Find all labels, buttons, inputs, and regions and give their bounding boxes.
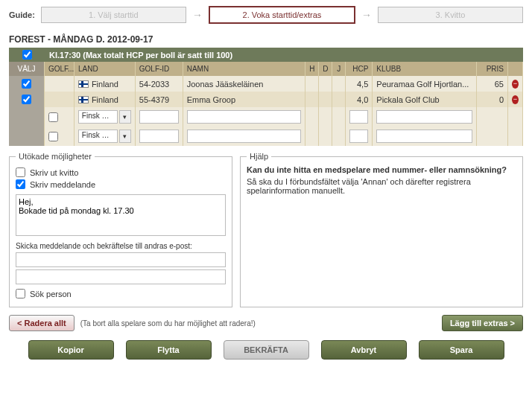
col-hcp: HCP (346, 62, 373, 76)
message-textarea[interactable] (16, 194, 226, 236)
search-person-label: Sök person (30, 290, 72, 298)
col-land: LAND (75, 62, 136, 76)
player-name: Joonas Jääskeläinen (183, 76, 306, 92)
player-name: Emma Groop (183, 92, 306, 107)
print-receipt-checkbox[interactable] (16, 167, 25, 177)
write-message-checkbox[interactable] (16, 179, 25, 189)
pris: 0 (477, 92, 508, 107)
row-checkbox[interactable] (22, 79, 31, 89)
extended-legend: Utökade möjligheter (16, 152, 95, 161)
col-namn: NAMN (183, 62, 306, 76)
golf-id: 54-2033 (136, 76, 183, 92)
delete-hint: (Ta bort alla spelare som du har möjligh… (80, 319, 256, 328)
hcp-input[interactable] (349, 130, 368, 143)
delete-icon[interactable]: − (512, 95, 519, 104)
col-pris: PRIS (477, 62, 508, 76)
row-checkbox[interactable] (48, 132, 58, 141)
select-all-checkbox[interactable] (22, 50, 32, 60)
chevron-down-icon[interactable]: ▾ (119, 110, 131, 124)
golf-id-input[interactable] (139, 110, 179, 124)
hcp: 4,0 (346, 92, 373, 107)
cancel-button[interactable]: Avbryt (321, 340, 407, 360)
col-klubb: KLUBB (373, 62, 477, 76)
name-input[interactable] (187, 130, 302, 143)
page-title: FOREST - MÅNDAG D. 2012-09-17 (0, 30, 532, 48)
klubb-input[interactable] (376, 130, 472, 143)
guide-step-3[interactable]: 3. Kvitto (378, 7, 523, 23)
email-input-1[interactable] (16, 252, 226, 267)
row-checkbox[interactable] (22, 95, 31, 104)
delete-all-button[interactable]: < Radera allt (9, 315, 75, 331)
guide-step-2[interactable]: 2. Voka starttid/extras (209, 6, 355, 24)
guide-step-1[interactable]: 1. Välj starttid (41, 7, 186, 23)
land-dropdown[interactable]: Finsk m... (78, 130, 118, 143)
pris: 65 (477, 76, 508, 92)
send-confirm-label: Skicka meddelande och bekräftelse till a… (16, 242, 226, 250)
write-message-label: Skriv meddelande (30, 180, 95, 189)
golf-id: 55-4379 (136, 92, 183, 107)
guide-label: Guide: (9, 10, 35, 19)
print-receipt-label: Skriv ut kvitto (30, 168, 78, 177)
arrow-icon: → (192, 9, 203, 21)
land-dropdown[interactable]: Finsk m... (78, 110, 118, 124)
email-input-2[interactable] (16, 269, 226, 284)
help-legend: Hjälp (247, 152, 271, 161)
hcp: 4,5 (346, 76, 373, 92)
flag-icon (78, 80, 89, 88)
golf-id-input[interactable] (139, 130, 179, 143)
land-text: Finland (92, 80, 118, 89)
name-input[interactable] (187, 110, 302, 124)
help-title: Kan du inte hitta en medspelare med numm… (247, 165, 516, 174)
col-valj: VÄLJ (9, 62, 45, 76)
help-body: Så ska du I förbundsfältet välja 'Annan'… (247, 177, 516, 195)
move-button[interactable]: Flytta (126, 340, 212, 360)
booking-header-text: Kl.17:30 (Max totalt HCP per boll är sat… (45, 51, 232, 60)
row-checkbox[interactable] (48, 112, 58, 122)
add-extras-button[interactable]: Lägg till extras > (442, 315, 523, 331)
col-golf: GOLF... (45, 62, 75, 76)
column-headers: VÄLJ GOLF... LAND GOLF-ID NAMN H D J HCP… (9, 62, 523, 76)
klubb: Peuramaa Golf Hjortlan... (373, 76, 477, 92)
chevron-down-icon[interactable]: ▾ (119, 130, 131, 143)
save-button[interactable]: Spara (419, 340, 504, 360)
land-text: Finland (92, 95, 118, 104)
table-row-empty: Finsk m...▾ (9, 107, 523, 127)
booking-header: Kl.17:30 (Max totalt HCP per boll är sat… (9, 48, 523, 62)
col-j: J (332, 62, 346, 76)
arrow-icon: → (361, 9, 372, 21)
hcp-input[interactable] (349, 110, 368, 124)
col-h: H (305, 62, 319, 76)
extended-options: Utökade möjligheter Skriv ut kvitto Skri… (9, 152, 232, 307)
table-row: Finland 54-2033 Joonas Jääskeläinen 4,5 … (9, 76, 523, 92)
help-box: Hjälp Kan du inte hitta en medspelare me… (240, 152, 523, 307)
search-person-checkbox[interactable] (16, 289, 25, 298)
flag-icon (78, 96, 89, 103)
table-row: Finland 55-4379 Emma Groop 4,0 Pickala G… (9, 92, 523, 107)
guide-bar: Guide: 1. Välj starttid → 2. Voka startt… (0, 0, 532, 30)
klubb-input[interactable] (376, 110, 472, 124)
klubb: Pickala Golf Club (373, 92, 477, 107)
confirm-button[interactable]: BEKRÄFTA (224, 340, 309, 360)
table-row-empty: Finsk m...▾ (9, 127, 523, 146)
delete-icon[interactable]: − (512, 80, 519, 89)
col-d: D (319, 62, 332, 76)
col-id: GOLF-ID (136, 62, 183, 76)
copies-button[interactable]: Kopior (28, 340, 114, 360)
